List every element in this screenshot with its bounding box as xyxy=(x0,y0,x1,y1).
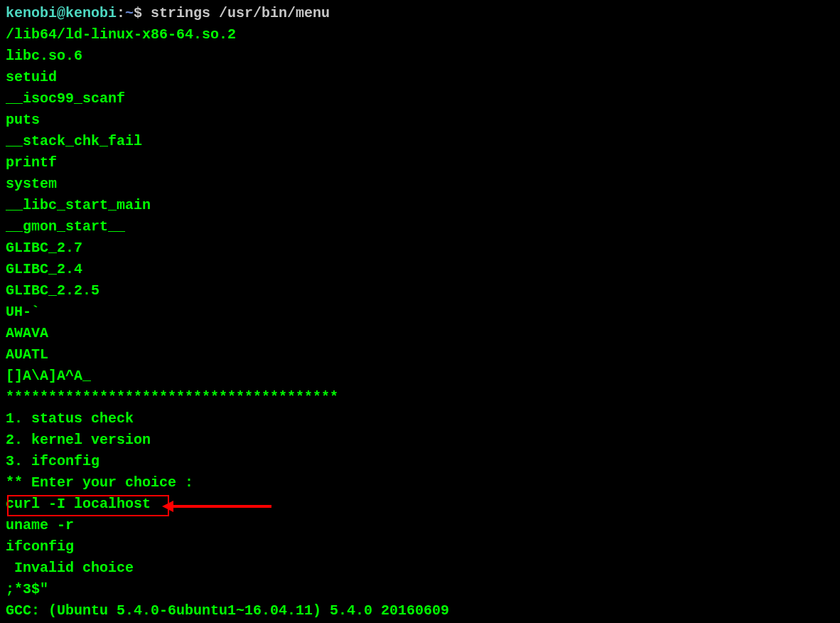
output-line: ifconfig xyxy=(6,536,834,558)
output-line: GLIBC_2.2.5 xyxy=(6,280,834,302)
output-line: *************************************** xyxy=(6,387,834,408)
command-text: strings /usr/bin/menu xyxy=(151,5,330,21)
output-line: /lib64/ld-linux-x86-64.so.2 xyxy=(6,24,834,46)
output-line: AUATL xyxy=(6,344,834,366)
output-line: UH-` xyxy=(6,302,834,323)
prompt-line: kenobi@kenobi:~$ strings /usr/bin/menu xyxy=(6,3,834,24)
output-line: printf xyxy=(6,152,834,174)
output-line: 1. status check xyxy=(6,408,834,430)
output-line: GLIBC_2.4 xyxy=(6,259,834,280)
output-line: 2. kernel version xyxy=(6,430,834,451)
output-line: __isoc99_scanf xyxy=(6,88,834,110)
output-line: __gmon_start__ xyxy=(6,216,834,238)
output-line: Invalid choice xyxy=(6,558,834,579)
prompt-dollar: $ xyxy=(134,5,151,21)
output-line-highlighted: curl -I localhost xyxy=(6,494,834,515)
output-line: uname -r xyxy=(6,515,834,536)
output-line: libc.so.6 xyxy=(6,46,834,67)
output-line: []A\A]A^A_ xyxy=(6,366,834,387)
output-line: ** Enter your choice : xyxy=(6,472,834,494)
output-line: GCC: (Ubuntu 5.4.0-6ubuntu1~16.04.11) 5.… xyxy=(6,600,834,622)
prompt-user-host: kenobi@kenobi xyxy=(6,5,117,21)
output-line: __libc_start_main xyxy=(6,195,834,216)
output-line: GLIBC_2.7 xyxy=(6,238,834,259)
output-line: puts xyxy=(6,110,834,131)
prompt-colon: : xyxy=(117,5,125,21)
output-line: 3. ifconfig xyxy=(6,451,834,472)
terminal-window[interactable]: kenobi@kenobi:~$ strings /usr/bin/menu /… xyxy=(6,3,834,623)
output-line: ;*3$" xyxy=(6,579,834,600)
output-line: __stack_chk_fail xyxy=(6,131,834,152)
prompt-path: ~ xyxy=(125,5,134,21)
output-line: system xyxy=(6,174,834,195)
output-line: setuid xyxy=(6,67,834,88)
output-line: AWAVA xyxy=(6,323,834,344)
